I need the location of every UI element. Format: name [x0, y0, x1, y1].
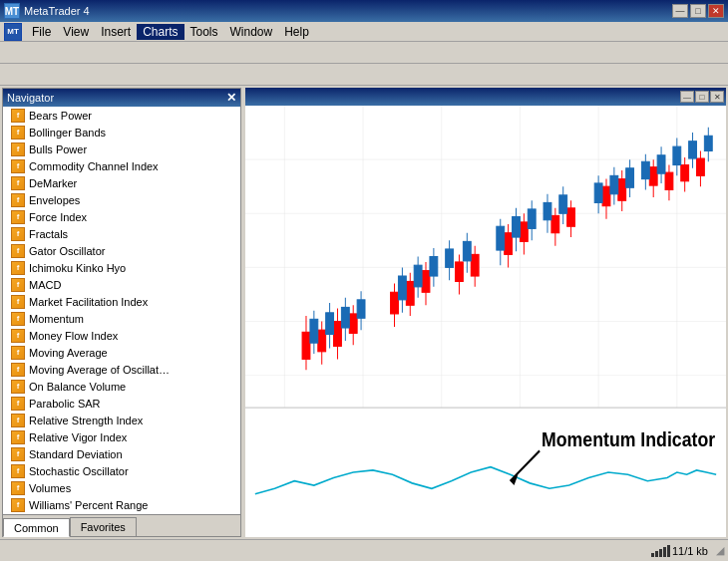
maximize-button[interactable]: □ — [690, 4, 706, 18]
svg-rect-38 — [471, 254, 479, 276]
svg-rect-58 — [497, 226, 505, 250]
navigator-item-money-flow[interactable]: fMoney Flow Index — [3, 327, 240, 344]
title-bar-controls: — □ ✕ — [672, 4, 724, 18]
menu-file[interactable]: File — [26, 24, 57, 40]
navigator-item-force-index[interactable]: fForce Index — [3, 208, 240, 225]
navigator-item-stddev[interactable]: fStandard Deviation — [3, 445, 240, 462]
svg-rect-20 — [349, 314, 357, 333]
indicator-icon-money-flow: f — [11, 329, 25, 343]
indicator-label-momentum: Momentum — [29, 313, 84, 325]
indicator-icon-rvi: f — [11, 430, 25, 444]
navigator-item-ichimoku[interactable]: fIchimoku Kinko Hyo — [3, 259, 240, 276]
navigator-item-mfi-bw[interactable]: fMarket Facilitation Index — [3, 293, 240, 310]
indicator-label-envelopes: Envelopes — [29, 194, 80, 206]
chart-minimize-button[interactable]: — — [680, 91, 694, 103]
indicator-label-wpr: Williams' Percent Range — [29, 499, 148, 511]
indicator-label-money-flow: Money Flow Index — [29, 330, 118, 342]
svg-rect-76 — [681, 165, 689, 181]
navigator-item-volumes[interactable]: fVolumes — [3, 479, 240, 496]
toolbar-row — [0, 42, 728, 64]
nav-tab-common[interactable]: Common — [3, 518, 70, 537]
navigator-item-ma[interactable]: fMoving Average — [3, 344, 240, 361]
indicator-icon-fractals: f — [11, 227, 25, 241]
chart-close-button[interactable]: ✕ — [710, 91, 724, 103]
indicator-label-bollinger-bands: Bollinger Bands — [29, 127, 106, 139]
indicator-icon-bears-power: f — [11, 109, 25, 123]
navigator-item-bears-power[interactable]: fBears Power — [3, 107, 240, 124]
indicator-icon-ichimoku: f — [11, 261, 25, 275]
svg-rect-78 — [696, 158, 704, 175]
menu-app-icon: MT — [4, 23, 22, 41]
svg-rect-70 — [618, 179, 626, 201]
chart-maximize-button[interactable]: □ — [695, 91, 709, 103]
indicator-label-force-index: Force Index — [29, 211, 87, 223]
navigator-title: Navigator — [7, 92, 54, 104]
menu-charts[interactable]: Charts — [137, 24, 183, 40]
navigator-item-fractals[interactable]: fFractals — [3, 225, 240, 242]
title-bar: MT MetaTrader 4 — □ ✕ — [0, 0, 728, 22]
navigator-item-parabolic[interactable]: fParabolic SAR — [3, 395, 240, 412]
title-bar-left: MT MetaTrader 4 — [4, 3, 90, 19]
svg-rect-64 — [544, 202, 551, 219]
svg-rect-36 — [456, 262, 464, 281]
svg-rect-34 — [422, 271, 430, 293]
menu-bar: MT File View Insert Charts Tools Window … — [0, 22, 728, 42]
svg-rect-22 — [310, 319, 318, 343]
menu-window[interactable]: Window — [224, 24, 279, 40]
navigator-item-envelopes[interactable]: fEnvelopes — [3, 191, 240, 208]
svg-rect-44 — [430, 257, 438, 276]
svg-rect-30 — [391, 292, 399, 314]
menu-tools[interactable]: Tools — [184, 24, 224, 40]
navigator-item-osma[interactable]: fMoving Average of Oscillat… — [3, 361, 240, 378]
indicator-icon-mfi-bw: f — [11, 295, 25, 309]
indicator-icon-momentum: f — [11, 312, 25, 326]
svg-rect-50 — [505, 233, 513, 255]
svg-rect-52 — [520, 222, 528, 241]
navigator-title-bar: Navigator ✕ — [3, 89, 240, 107]
menu-help[interactable]: Help — [278, 24, 315, 40]
svg-rect-88 — [657, 155, 665, 173]
navigator-item-rvi[interactable]: fRelative Vigor Index — [3, 428, 240, 445]
menu-view[interactable]: View — [57, 24, 95, 40]
chart-title-bar: — □ ✕ — [245, 88, 726, 106]
navigator-item-demarker[interactable]: fDeMarker — [3, 174, 240, 191]
navigator-item-obv[interactable]: fOn Balance Volume — [3, 378, 240, 395]
navigator-item-macd[interactable]: fMACD — [3, 276, 240, 293]
status-bars-indicator: 11/1 kb — [651, 545, 708, 557]
chart-area: — □ ✕ — [245, 88, 726, 537]
indicator-label-ichimoku: Ichimoku Kinko Hyo — [29, 262, 126, 274]
menu-insert[interactable]: Insert — [95, 24, 137, 40]
navigator-item-bollinger-bands[interactable]: fBollinger Bands — [3, 124, 240, 140]
indicator-label-volumes: Volumes — [29, 482, 71, 494]
navigator-item-rsi[interactable]: fRelative Strength Index — [3, 412, 240, 428]
signal-bars-icon — [651, 545, 670, 557]
indicator-icon-bollinger-bands: f — [11, 126, 25, 140]
svg-rect-92 — [689, 141, 697, 158]
svg-rect-84 — [626, 168, 634, 187]
indicator-label-rvi: Relative Vigor Index — [29, 431, 127, 443]
navigator-item-wpr[interactable]: fWilliams' Percent Range — [3, 496, 240, 513]
indicator-label-bulls-power: Bulls Power — [29, 143, 87, 155]
navigator-item-bulls-power[interactable]: fBulls Power — [3, 140, 240, 157]
svg-rect-24 — [326, 313, 334, 335]
navigator-item-gator[interactable]: fGator Oscillator — [3, 242, 240, 259]
nav-tab-favorites[interactable]: Favorites — [70, 517, 137, 536]
svg-rect-86 — [641, 161, 649, 178]
svg-rect-28 — [357, 300, 365, 318]
navigator-item-momentum[interactable]: fMomentum — [3, 310, 240, 327]
indicator-icon-demarker: f — [11, 176, 25, 190]
minimize-button[interactable]: — — [672, 4, 688, 18]
navigator-list[interactable]: fBears PowerfBollinger BandsfBulls Power… — [3, 107, 240, 514]
navigator-close-button[interactable]: ✕ — [226, 91, 236, 105]
toolbar-row-2 — [0, 64, 728, 86]
indicator-icon-macd: f — [11, 278, 25, 292]
svg-rect-48 — [463, 241, 471, 260]
indicator-icon-obv: f — [11, 380, 25, 394]
close-button[interactable]: ✕ — [708, 4, 724, 18]
svg-rect-54 — [551, 215, 559, 232]
indicator-icon-bulls-power: f — [11, 142, 25, 156]
chart-svg: Momentum Indicator — [245, 106, 726, 537]
status-bar: 11/1 kb ◢ — [0, 539, 728, 561]
navigator-item-cci[interactable]: fCommodity Channel Index — [3, 157, 240, 174]
navigator-item-stochastic[interactable]: fStochastic Oscillator — [3, 462, 240, 479]
